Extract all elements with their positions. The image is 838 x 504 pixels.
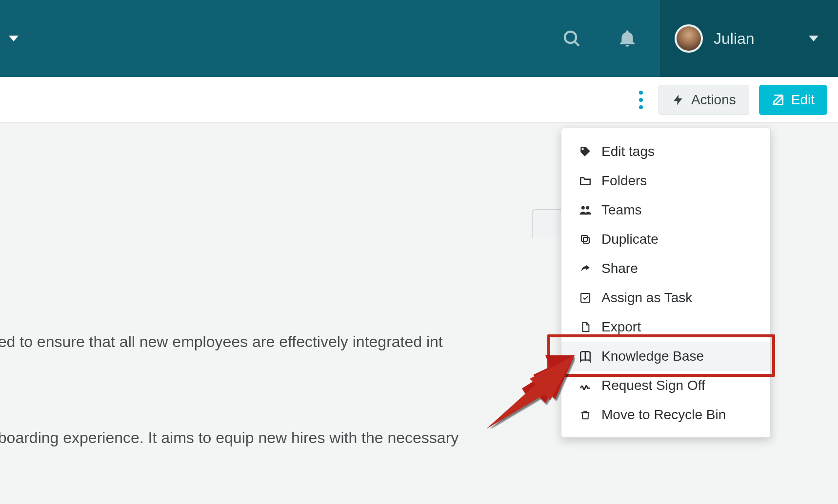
menu-item-duplicate[interactable]: Duplicate [561, 225, 770, 254]
bell-icon[interactable] [617, 28, 638, 49]
menu-label: Move to Recycle Bin [601, 407, 726, 423]
menu-label: Duplicate [601, 232, 658, 247]
copy-icon [578, 232, 593, 247]
menu-item-recycle-bin[interactable]: Move to Recycle Bin [561, 400, 770, 429]
menu-label: Request Sign Off [601, 378, 705, 393]
top-bar: e Julian [0, 0, 838, 77]
body-text-line-2: nboarding experience. It aims to equip n… [0, 429, 459, 447]
search-icon[interactable] [561, 28, 582, 49]
edit-button[interactable]: Edit [759, 85, 827, 115]
svg-rect-7 [581, 235, 587, 241]
page-toolbar: Actions Edit [0, 77, 838, 123]
svg-line-1 [575, 41, 579, 46]
menu-label: Teams [601, 202, 641, 218]
trash-icon [578, 407, 593, 422]
edit-button-label: Edit [791, 92, 815, 108]
topbar-icon-group [561, 0, 638, 77]
svg-point-5 [586, 206, 589, 210]
menu-label: Knowledge Base [601, 349, 704, 364]
user-name-label: Julian [714, 30, 798, 48]
share-icon [578, 261, 593, 276]
folder-icon [578, 174, 593, 188]
svg-point-4 [581, 206, 585, 210]
more-options-button[interactable] [633, 89, 649, 111]
actions-dropdown: Edit tags Folders Teams Duplicate Share [561, 128, 771, 438]
actions-button-label: Actions [691, 92, 736, 108]
file-icon [578, 320, 593, 334]
menu-label: Assign as Task [601, 290, 692, 306]
menu-label: Edit tags [601, 144, 655, 159]
body-text-line-1: ned to ensure that all new employees are… [0, 333, 443, 351]
menu-label: Share [601, 261, 638, 276]
nav-dropdown-fragment[interactable]: e [0, 30, 19, 48]
menu-item-knowledge-base[interactable]: Knowledge Base [561, 342, 770, 371]
menu-item-teams[interactable]: Teams [561, 195, 770, 225]
tag-icon [578, 144, 593, 159]
svg-rect-6 [583, 237, 589, 243]
checkbox-icon [578, 291, 593, 305]
edit-icon [772, 94, 784, 106]
avatar [675, 24, 703, 53]
book-icon [578, 349, 593, 364]
bolt-icon [672, 94, 684, 106]
user-menu[interactable]: Julian [660, 0, 838, 77]
chevron-down-icon [9, 36, 19, 41]
menu-item-request-sign-off[interactable]: Request Sign Off [561, 371, 770, 400]
svg-point-0 [565, 32, 576, 43]
content-area: ned to ensure that all new employees are… [0, 123, 838, 504]
menu-item-share[interactable]: Share [561, 254, 770, 283]
users-icon [578, 203, 593, 217]
actions-button[interactable]: Actions [658, 85, 749, 115]
svg-rect-8 [581, 293, 590, 302]
menu-label: Export [601, 319, 641, 335]
menu-item-edit-tags[interactable]: Edit tags [561, 137, 770, 166]
menu-item-assign-task[interactable]: Assign as Task [561, 283, 770, 312]
chevron-down-icon [809, 36, 818, 41]
signature-icon [578, 378, 593, 393]
menu-item-folders[interactable]: Folders [561, 166, 770, 195]
svg-point-3 [581, 148, 583, 150]
menu-item-export[interactable]: Export [561, 312, 770, 342]
menu-label: Folders [601, 173, 647, 189]
